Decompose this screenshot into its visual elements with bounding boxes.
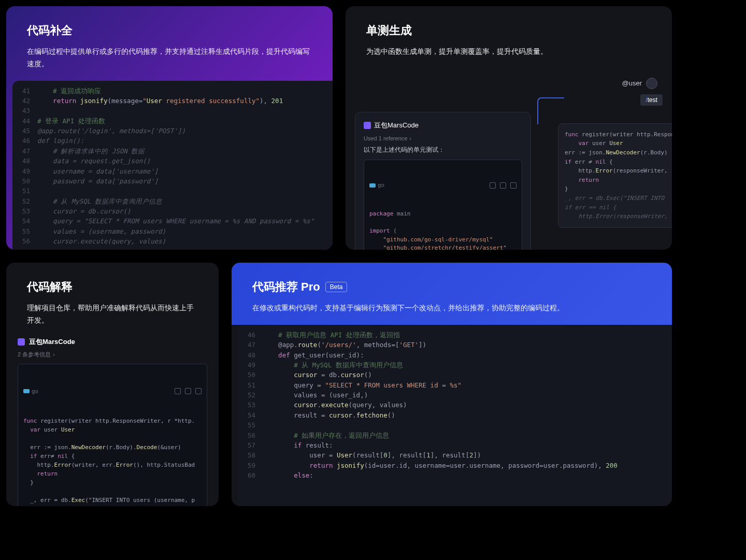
code-body: package main import ( "github.com/go-sql… [369, 210, 517, 250]
expand-icon[interactable] [195, 388, 202, 394]
ref-text: 2 条参考信息 [18, 351, 51, 358]
user-tag: @user [355, 78, 663, 89]
lang-badge: go [23, 387, 38, 396]
chevron-right-icon: › [53, 351, 55, 357]
chevron-right-icon: › [409, 135, 411, 141]
title-text: 代码推荐 Pro [252, 279, 320, 295]
lang-text: go [378, 181, 384, 190]
assistant-panel: 豆包MarsCode Used 1 reference› 以下是上述代码的单元测… [355, 112, 531, 250]
lang-text: go [32, 387, 38, 396]
card-header: 单测生成 为选中函数生成单测，提升单测覆盖率，提升代码质量。 [346, 6, 672, 68]
card-unittest: 单测生成 为选中函数生成单测，提升单测覆盖率，提升代码质量。 @user /te… [346, 6, 672, 250]
insert-icon[interactable] [185, 388, 191, 394]
card-code-completion: 代码补全 在编码过程中提供单行或多行的代码推荐，并支持通过注释生成代码片段，提升… [6, 6, 333, 250]
generated-code-block: go package main import ( "github.com/go-… [364, 160, 522, 250]
marscode-logo-icon [364, 122, 371, 129]
code-editor-completion[interactable]: 41 # 返回成功响应42 return jsonify(message="Us… [12, 81, 333, 250]
card-title: 代码补全 [27, 23, 312, 38]
card-desc: 理解项目仓库，帮助用户准确解释代码从而快速上手开发。 [27, 302, 198, 327]
card-code-pro: 代码推荐 Pro Beta 在修改或重构代码时，支持基于编辑行为预测下一个改动点… [232, 263, 672, 506]
card-code-explain: 代码解释 理解项目仓库，帮助用户准确解释代码从而快速上手开发。 豆包MarsCo… [6, 263, 219, 506]
card-desc: 在修改或重构代码时，支持基于编辑行为预测下一个改动点，并给出推荐，协助完整的编码… [252, 302, 651, 314]
copy-icon[interactable] [175, 388, 181, 394]
code-chip-header: go [369, 181, 517, 190]
card-body: @user /test 豆包MarsCode Used 1 reference›… [346, 68, 672, 250]
go-icon [369, 183, 376, 188]
card-body: 豆包MarsCode 2 条参考信息› go func register(wri… [6, 337, 219, 506]
copy-icon[interactable] [490, 182, 496, 189]
expand-icon[interactable] [510, 182, 517, 189]
go-icon [23, 389, 30, 393]
panel-subtitle: 以下是上述代码的单元测试： [364, 146, 522, 154]
code-chip-header: go [23, 387, 202, 396]
reference-link[interactable]: 2 条参考信息› [18, 351, 207, 358]
code-body: func register(writer http.ResponseWriter… [23, 417, 202, 506]
code-editor-pro[interactable]: 46 # 获取用户信息 API 处理函数，返回指47 @app.route('/… [238, 325, 672, 506]
ref-text: Used 1 reference [364, 135, 407, 141]
beta-badge: Beta [325, 282, 348, 292]
assistant-name: 豆包MarsCode [18, 337, 207, 347]
test-chip-text: test [648, 96, 657, 104]
card-header: 代码补全 在编码过程中提供单行或多行的代码推荐，并支持通过注释生成代码片段，提升… [6, 6, 333, 81]
floating-code-preview: func register(writer http.Respon var use… [558, 123, 672, 228]
avatar-icon [646, 78, 657, 89]
card-header: 代码解释 理解项目仓库，帮助用户准确解释代码从而快速上手开发。 [6, 263, 219, 337]
reference-link[interactable]: Used 1 reference› [364, 135, 522, 141]
card-title: 代码解释 [27, 279, 198, 295]
arrow-connector-icon [533, 97, 564, 128]
card-title: 代码推荐 Pro Beta [252, 279, 651, 295]
insert-icon[interactable] [500, 182, 506, 189]
card-header: 代码推荐 Pro Beta 在修改或重构代码时，支持基于编辑行为预测下一个改动点… [232, 263, 672, 325]
panel-title: 豆包MarsCode [374, 121, 419, 130]
panel-title: 豆包MarsCode [29, 337, 75, 347]
test-command-chip[interactable]: /test [640, 94, 663, 106]
code-actions [175, 388, 202, 394]
code-block: go func register(writer http.ResponseWri… [18, 364, 207, 506]
marscode-logo-icon [18, 338, 25, 346]
assistant-name: 豆包MarsCode [364, 121, 522, 130]
code-actions [490, 182, 517, 189]
card-title: 单测生成 [366, 23, 651, 38]
user-label: @user [622, 79, 642, 87]
lang-badge: go [369, 181, 384, 190]
card-desc: 在编码过程中提供单行或多行的代码推荐，并支持通过注释生成代码片段，提升代码编写速… [27, 46, 312, 70]
card-desc: 为选中函数生成单测，提升单测覆盖率，提升代码质量。 [366, 46, 651, 58]
